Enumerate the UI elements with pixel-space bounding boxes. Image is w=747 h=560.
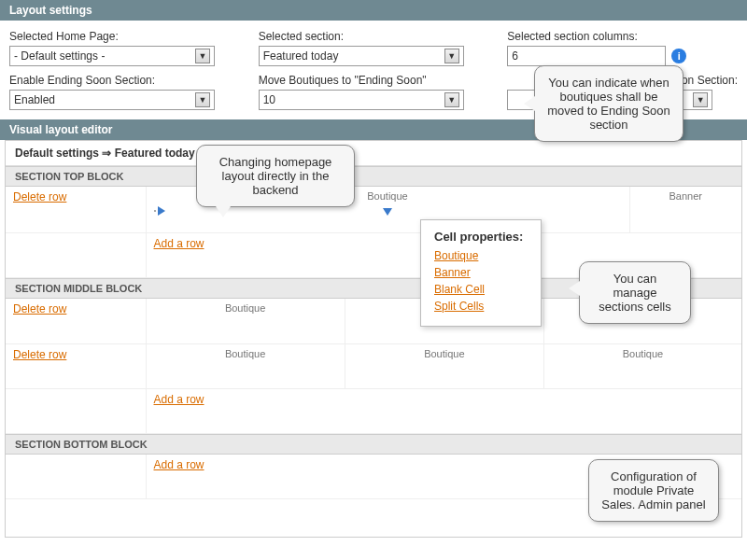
columns-value: 6 (512, 49, 518, 63)
breadcrumb-right: Featured today (115, 147, 195, 160)
arrow-right-icon[interactable] (158, 206, 165, 216)
popup-item-banner[interactable]: Banner (434, 266, 528, 279)
add-row-link[interactable]: Add a row (154, 237, 204, 250)
move-ending-select[interactable]: 10 ▼ (259, 90, 464, 110)
section-label: Selected section: (259, 30, 489, 43)
columns-label: Selected section columns: (507, 30, 738, 43)
popup-item-blank[interactable]: Blank Cell (434, 283, 528, 296)
grip-icon[interactable] (154, 210, 156, 212)
table-row: Delete row Boutique Boutique Boutique (6, 343, 741, 388)
cell-boutique[interactable]: Boutique (552, 348, 734, 359)
cell-properties-popup: Cell properties: Boutique Banner Blank C… (420, 219, 542, 327)
section-select[interactable]: Featured today ▼ (259, 46, 464, 66)
chevron-down-icon: ▼ (444, 92, 459, 107)
ending-enable-value: Enabled (14, 93, 55, 106)
add-row-link[interactable]: Add a row (154, 393, 204, 406)
ending-enable-label: Enable Ending Soon Section: (9, 74, 240, 87)
section-value: Featured today (263, 49, 339, 63)
chevron-down-icon: ▼ (195, 49, 210, 63)
chevron-down-icon: ▼ (693, 92, 708, 107)
cell-drag-controls[interactable] (154, 206, 165, 216)
home-page-label: Selected Home Page: (9, 30, 240, 43)
table-row: Delete row Boutique Banner (6, 187, 741, 233)
cell-boutique[interactable]: Boutique (154, 302, 337, 314)
add-row: Add a row (6, 388, 741, 433)
delete-row-link[interactable]: Delete row (13, 190, 66, 203)
popup-item-boutique[interactable]: Boutique (434, 249, 528, 262)
chevron-down-icon: ▼ (444, 49, 459, 63)
popup-item-split[interactable]: Split Cells (434, 300, 528, 313)
cell-boutique[interactable]: Boutique (154, 348, 337, 359)
move-ending-label: Move Boutiques to "Ending Soon" (259, 74, 489, 87)
callout-manage-cells: You can manage sections cells (579, 261, 691, 324)
callout-ending-soon: You can indicate when boutiques shall be… (534, 65, 684, 142)
ending-enable-select[interactable]: Enabled ▼ (9, 90, 215, 110)
arrow-down-icon[interactable] (383, 208, 392, 229)
section-bottom-header: SECTION BOTTOM BLOCK (6, 434, 741, 455)
home-page-value: - Default settings - (14, 49, 105, 63)
delete-row-link[interactable]: Delete row (13, 302, 66, 315)
breadcrumb: Default settings ⇒ Featured today (6, 141, 741, 166)
layout-settings-header: Layout settings (0, 0, 747, 21)
callout-config-module: Configuration of module Private Sales. A… (588, 459, 719, 522)
move-ending-value: 10 (263, 93, 275, 106)
breadcrumb-left: Default settings (15, 147, 99, 160)
chevron-down-icon: ▼ (195, 92, 210, 107)
section-top-header: SECTION TOP BLOCK (6, 166, 741, 187)
home-page-select[interactable]: - Default settings - ▼ (9, 46, 215, 66)
cell-boutique[interactable]: Boutique (353, 348, 536, 359)
add-row-link[interactable]: Add a row (154, 458, 204, 471)
breadcrumb-sep: ⇒ (102, 147, 111, 160)
callout-homepage-layout: Changing homepage layout directly in the… (196, 145, 355, 207)
info-icon[interactable]: i (671, 49, 686, 63)
columns-select[interactable]: 6 (507, 46, 666, 66)
delete-row-link[interactable]: Delete row (13, 348, 66, 361)
cell-banner[interactable]: Banner (638, 190, 735, 202)
popup-title: Cell properties: (434, 230, 528, 244)
